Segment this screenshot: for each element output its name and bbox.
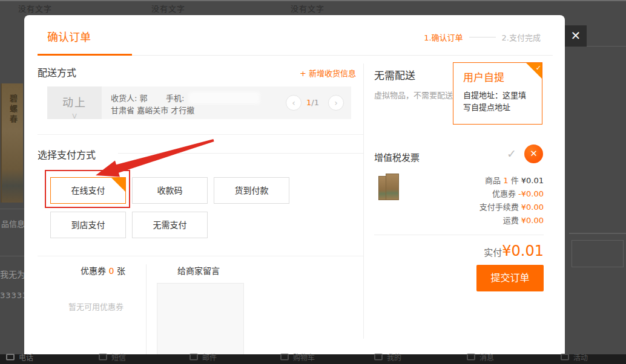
merchant-message-input[interactable]: [157, 283, 244, 354]
invoice-accept-toggle[interactable]: ✓: [507, 147, 516, 160]
step-connector: [469, 37, 496, 37]
express-type-selector[interactable]: 动上 ᐯ: [47, 86, 102, 119]
item-count: 1: [503, 176, 508, 185]
selected-check-badge: ✓: [526, 63, 542, 79]
toolbar-label: 电话: [19, 352, 33, 362]
payment-method-instore[interactable]: 到店支付: [50, 212, 126, 238]
background-input-box: [572, 240, 624, 267]
background-tab-3: 没有文字: [291, 2, 325, 14]
mail-icon: [189, 354, 198, 360]
close-icon[interactable]: ✕: [565, 25, 587, 47]
phone-icon: [6, 354, 15, 360]
coupon-label: 优惠券: [81, 266, 106, 276]
fee-value: ¥0.00: [521, 203, 544, 212]
no-delivery-option[interactable]: 无需配送 虚拟物品，不需要配送: [374, 67, 453, 102]
coupon-count: 0: [109, 266, 114, 276]
merchant-message-title: 给商家留言: [177, 264, 220, 276]
self-pickup-desc: 自提地址：这里填写自提点地址: [463, 89, 532, 113]
receiver-address: 甘肃省 嘉峪关市 才行撤: [111, 104, 194, 115]
coupon-unit: 张: [117, 266, 125, 276]
activity-icon: [561, 354, 569, 360]
selected-check-badge: ✓: [111, 178, 125, 192]
toolbar-label: 消息: [479, 352, 494, 362]
toolbar-item-cart[interactable]: 购物车: [280, 352, 315, 362]
product-image: 碧螺春: [1, 83, 23, 203]
payment-section-title: 选择支付方式: [38, 147, 96, 161]
item-unit: 件: [511, 176, 519, 185]
toolbar-item-sms[interactable]: 短信: [99, 352, 126, 362]
bell-icon: [467, 354, 475, 360]
prev-address-button[interactable]: ‹: [286, 95, 301, 111]
coupon-title: 优惠券 0 张: [61, 264, 145, 276]
check-icon: ✓: [120, 178, 125, 204]
background-tab-1: 没有文字: [18, 2, 52, 14]
no-delivery-title: 无需配送: [374, 70, 415, 82]
fee-label: 支付手续费: [479, 203, 519, 212]
toolbar-item-mine[interactable]: 我的: [374, 352, 401, 362]
mine-icon: [374, 354, 383, 360]
no-delivery-desc: 虚拟物品，不需要配送: [374, 89, 453, 102]
check-icon: ✓: [536, 64, 541, 72]
column-divider: [146, 264, 147, 354]
phone-number-blurred: [189, 93, 259, 103]
confirm-order-modal: 确认订单 1.确认订单 2.支付完成 配送方式 + 新增收货信息 动上 ᐯ 收货…: [24, 15, 565, 354]
delivery-section-title: 配送方式: [38, 65, 76, 79]
background-top-line: [0, 0, 626, 1]
toolbar-item-mail[interactable]: 邮件: [189, 352, 217, 362]
express-type-label: 动上: [47, 94, 102, 109]
modal-title: 确认订单: [47, 28, 91, 44]
payment-method-none[interactable]: 无需支付: [132, 212, 208, 238]
bottom-toolbar: 电话 短信 邮件 购物车 我的 消息 活动: [0, 354, 626, 364]
screen: 没有文字 没有文字 没有文字 碧螺春 品信息 我无为 33333333 确认订单…: [0, 0, 626, 364]
step-payment-complete: 2.支付完成: [502, 31, 541, 43]
coupon-row-label: 优惠券: [492, 189, 516, 198]
product-image-label: 碧螺春: [7, 94, 19, 125]
add-address-link[interactable]: + 新增收货信息: [300, 67, 356, 79]
background-tab-2: 没有文字: [151, 2, 185, 14]
summary-divider: [374, 235, 544, 235]
payment-header-line: [118, 153, 363, 154]
background-info-tab: 品信息: [1, 218, 25, 229]
address-pagination: 1/1: [306, 98, 319, 107]
checkout-steps: 1.确认订单 2.支付完成: [424, 31, 541, 43]
toolbar-label: 我的: [387, 352, 401, 362]
toolbar-item-messages[interactable]: 消息: [467, 352, 494, 362]
toolbar-label: 购物车: [293, 352, 315, 362]
payment-method-qrcode[interactable]: 收款码: [132, 177, 208, 204]
background-text-line: 我无为: [0, 268, 25, 280]
price-summary: 商品 1 件 ¥0.01 优惠券 -¥0.00 支付手续费 ¥0.00 运费 ¥…: [374, 174, 544, 227]
payment-method-cod[interactable]: 货到付款: [214, 177, 289, 204]
payment-method-label: 收款码: [157, 186, 183, 195]
address-card[interactable]: 动上 ᐯ 收货人: 郭 手机: 甘肃省 嘉峪关市 才行撤 ‹ 1/1 ›: [47, 86, 351, 119]
background-divider: [586, 46, 626, 47]
cart-icon: [280, 354, 289, 360]
sms-icon: [99, 354, 107, 360]
payment-method-label: 在线支付: [71, 186, 105, 195]
submit-order-button[interactable]: 提交订单: [476, 265, 544, 291]
payment-method-label: 到店支付: [71, 220, 105, 230]
summary-coupon-row: 优惠券 -¥0.00: [374, 187, 544, 201]
background-divider: [0, 209, 24, 209]
phone-label: 手机:: [166, 92, 184, 103]
summary-fee-row: 支付手续费 ¥0.00: [374, 201, 544, 214]
background-divider: [569, 233, 626, 234]
section-divider: [38, 256, 363, 256]
payment-method-online[interactable]: 在线支付 ✓: [50, 177, 126, 204]
item-label: 商品: [485, 176, 501, 185]
shipping-value: ¥0.00: [521, 216, 544, 225]
step-confirm-order: 1.确认订单: [424, 31, 463, 43]
active-tab-indicator: [38, 54, 132, 56]
summary-shipping-row: 运费 ¥0.00: [374, 214, 544, 227]
self-pickup-option[interactable]: 用户自提 自提地址：这里填写自提点地址 ✓: [453, 62, 542, 125]
next-address-button[interactable]: ›: [328, 95, 344, 111]
toolbar-label: 邮件: [202, 352, 217, 362]
toolbar-label: 活动: [573, 352, 588, 362]
payment-method-label: 无需支付: [153, 220, 187, 230]
chevron-down-icon: ᐯ: [47, 112, 102, 120]
total-row: 实付¥0.01: [374, 242, 544, 259]
no-coupon-text: 暂无可用优惠券: [68, 301, 124, 312]
toolbar-item-phone[interactable]: 电话: [6, 352, 33, 362]
toolbar-item-activity[interactable]: 活动: [561, 352, 588, 362]
main-column-divider: [363, 63, 364, 339]
invoice-decline-toggle[interactable]: ✕: [524, 145, 543, 163]
